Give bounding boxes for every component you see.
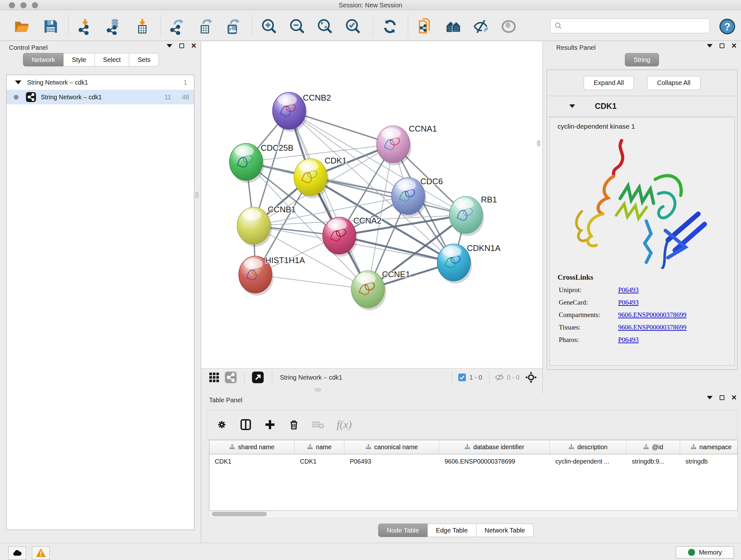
node-CDC25B[interactable]: CDC25B xyxy=(229,143,293,183)
import-network-file-icon[interactable] xyxy=(77,17,95,36)
section-collapse-icon[interactable] xyxy=(569,105,575,108)
table-row[interactable]: CDK1CDK1P064939606.ENSP00000378699cyclin… xyxy=(209,454,738,469)
hidden-eye-icon[interactable] xyxy=(495,373,504,382)
node-CDK1[interactable]: CDK1 xyxy=(294,156,347,198)
node-RB1[interactable]: RB1 xyxy=(449,195,497,236)
node-HIST1H1A[interactable]: HIST1H1A xyxy=(239,255,305,296)
column-header-canonical-name[interactable]: canonical name xyxy=(344,440,439,454)
close-panel-icon[interactable]: × xyxy=(731,44,737,48)
new-network-from-selection-icon[interactable] xyxy=(416,17,435,36)
right-splitter-grip[interactable] xyxy=(537,140,540,146)
tab-node-table[interactable]: Node Table xyxy=(378,523,428,537)
string-settings-icon[interactable] xyxy=(224,371,237,384)
open-in-window-icon[interactable] xyxy=(252,371,264,384)
table-settings-gear-icon[interactable] xyxy=(216,419,227,430)
collapse-all-button[interactable]: Collapse All xyxy=(647,76,700,90)
toolbar-search[interactable] xyxy=(550,18,710,33)
column-header-namespace[interactable]: namespace xyxy=(680,440,738,454)
node-CDKN1A[interactable]: CDKN1A xyxy=(437,243,501,284)
node-CCNA2[interactable]: CCNA2 xyxy=(323,216,381,257)
import-table-icon[interactable] xyxy=(133,17,151,36)
column-header-name[interactable]: name xyxy=(294,440,344,454)
close-panel-icon[interactable]: × xyxy=(731,395,737,400)
panel-menu-icon[interactable] xyxy=(707,396,713,399)
tab-edge-table[interactable]: Edge Table xyxy=(428,523,476,537)
network-collection-row[interactable]: String Network – cdk1 1 xyxy=(7,75,194,90)
delete-column-trash-icon[interactable] xyxy=(288,419,300,430)
table-cell[interactable]: CDK1 xyxy=(294,454,344,469)
left-splitter-grip[interactable] xyxy=(195,192,199,198)
column-header--id[interactable]: @id xyxy=(626,440,680,454)
tree-expand-icon[interactable] xyxy=(15,80,21,84)
column-header-description[interactable]: description xyxy=(550,440,626,454)
panel-menu-icon[interactable] xyxy=(166,44,172,48)
show-all-icon[interactable] xyxy=(499,17,518,36)
show-columns-icon[interactable] xyxy=(240,419,252,431)
crosslink-link[interactable]: 9606.ENSP00000378699 xyxy=(618,323,686,331)
close-panel-icon[interactable]: × xyxy=(191,44,196,48)
table-hscrollbar[interactable] xyxy=(209,511,738,518)
cloud-status-button[interactable] xyxy=(8,546,26,560)
control-panel-title: Control Panel xyxy=(9,44,48,51)
tab-sets[interactable]: Sets xyxy=(129,53,159,66)
table-cell[interactable]: 9606.ENSP00000378699 xyxy=(439,454,550,469)
float-panel-icon[interactable] xyxy=(179,44,184,48)
help-icon[interactable]: ? xyxy=(718,17,737,36)
export-network-icon[interactable] xyxy=(168,17,187,36)
tab-network[interactable]: Network xyxy=(23,53,64,66)
string-home-icon[interactable] xyxy=(444,17,463,36)
zoom-fit-icon[interactable] xyxy=(316,17,334,36)
crosslink-link[interactable]: P06493 xyxy=(618,286,638,294)
network-view-canvas[interactable]: CCNB2CCNA1CDC25BCDK1CDC6RB1CCNB1CCNA2CDK… xyxy=(201,42,542,368)
node-CCNB1[interactable]: CCNB1 xyxy=(237,205,296,247)
crosslink-link[interactable]: P06493 xyxy=(618,299,638,307)
selected-count: 1 - 0 xyxy=(469,374,482,381)
column-header-database-identifier[interactable]: database identifier xyxy=(439,440,550,454)
title-bar: Session: New Session xyxy=(0,0,741,10)
export-table-icon[interactable] xyxy=(196,17,215,36)
table-cell[interactable]: P06493 xyxy=(344,454,439,469)
birds-eye-view-icon[interactable] xyxy=(208,372,220,383)
table-cell[interactable]: stringdb:9... xyxy=(626,454,680,469)
float-panel-icon[interactable] xyxy=(720,44,724,48)
table-cell[interactable]: CDK1 xyxy=(209,454,294,469)
node-CCNA1[interactable]: CCNA1 xyxy=(377,124,437,165)
crosslink-label: Pharos: xyxy=(559,336,618,344)
control-panel: Control Panel × NetworkStyleSelectSets 1… xyxy=(0,42,201,543)
search-input[interactable] xyxy=(562,22,710,29)
open-session-icon[interactable] xyxy=(13,17,31,36)
horizontal-splitter-grip[interactable] xyxy=(315,388,321,391)
tab-network-table[interactable]: Network Table xyxy=(476,523,534,537)
tab-style[interactable]: Style xyxy=(64,53,94,66)
hide-selected-icon[interactable] xyxy=(472,17,490,36)
selected-checkbox-icon[interactable] xyxy=(458,373,466,381)
float-panel-icon[interactable] xyxy=(720,395,724,400)
tab-select[interactable]: Select xyxy=(95,53,130,66)
export-image-icon[interactable] xyxy=(224,17,242,36)
node-table[interactable]: shared namenamecanonical namedatabase id… xyxy=(209,440,738,511)
delete-table-icon xyxy=(312,418,325,431)
zoom-out-icon[interactable] xyxy=(288,17,307,36)
protein-section-header[interactable]: CDK1 xyxy=(547,96,737,117)
crosslink-link[interactable]: 9606.ENSP00000378699 xyxy=(618,311,686,319)
table-cell[interactable]: stringdb xyxy=(680,454,738,469)
zoom-in-icon[interactable] xyxy=(260,17,279,36)
zoom-selected-icon[interactable] xyxy=(344,17,362,36)
memory-button[interactable]: Memory xyxy=(676,546,734,558)
column-header-shared-name[interactable]: shared name xyxy=(209,440,294,454)
table-cell[interactable]: cyclin-dependent ... xyxy=(550,454,626,469)
crosslink-link[interactable]: P06493 xyxy=(618,336,638,344)
node-CCNE1[interactable]: CCNE1 xyxy=(351,269,410,310)
fit-selected-crosshair-icon[interactable] xyxy=(525,371,537,384)
tab-string[interactable]: String xyxy=(625,53,659,66)
network-row[interactable]: String Network – cdk1 11 48 xyxy=(7,90,194,105)
save-session-icon[interactable] xyxy=(42,17,60,36)
expand-all-button[interactable]: Expand All xyxy=(584,76,634,90)
panel-menu-icon[interactable] xyxy=(707,44,713,48)
refresh-layout-icon[interactable] xyxy=(381,17,399,36)
add-column-icon[interactable] xyxy=(264,419,276,431)
hscroll-thumb[interactable] xyxy=(212,512,267,516)
import-network-database-icon[interactable] xyxy=(105,17,123,36)
warnings-button[interactable] xyxy=(32,546,50,560)
node-CCNB2[interactable]: CCNB2 xyxy=(273,92,331,132)
